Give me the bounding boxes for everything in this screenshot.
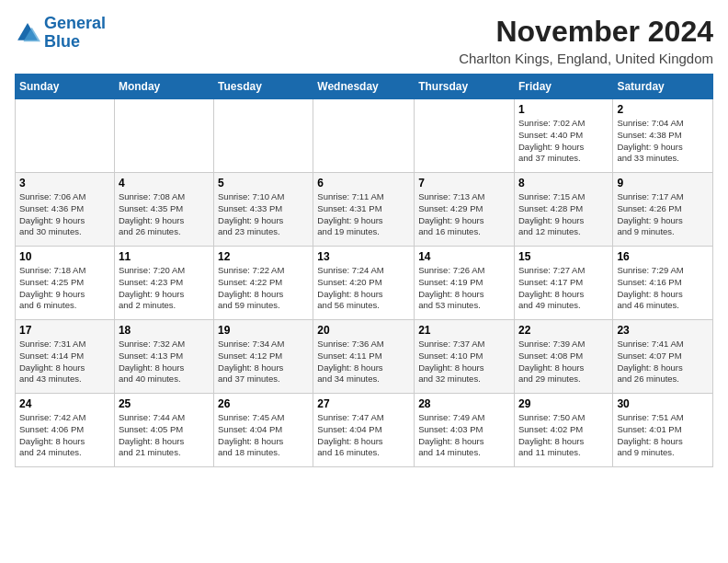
calendar-cell: 23Sunrise: 7:41 AM Sunset: 4:07 PM Dayli…	[613, 320, 713, 394]
logo: General Blue	[15, 15, 106, 52]
day-info: Sunrise: 7:47 AM Sunset: 4:04 PM Dayligh…	[317, 412, 410, 459]
calendar-cell: 29Sunrise: 7:50 AM Sunset: 4:02 PM Dayli…	[514, 394, 612, 467]
calendar-cell	[114, 99, 213, 173]
day-info: Sunrise: 7:42 AM Sunset: 4:06 PM Dayligh…	[19, 412, 110, 459]
calendar-cell: 7Sunrise: 7:13 AM Sunset: 4:29 PM Daylig…	[415, 173, 515, 247]
calendar-cell: 5Sunrise: 7:10 AM Sunset: 4:33 PM Daylig…	[214, 173, 313, 247]
day-info: Sunrise: 7:37 AM Sunset: 4:10 PM Dayligh…	[418, 339, 510, 385]
day-info: Sunrise: 7:44 AM Sunset: 4:05 PM Dayligh…	[119, 412, 210, 459]
day-number: 7	[418, 177, 510, 190]
calendar-cell: 4Sunrise: 7:08 AM Sunset: 4:35 PM Daylig…	[114, 173, 213, 247]
calendar-cell: 20Sunrise: 7:36 AM Sunset: 4:11 PM Dayli…	[313, 320, 415, 394]
calendar-cell	[16, 99, 115, 173]
logo-line2: Blue	[44, 32, 80, 51]
day-number: 17	[19, 324, 110, 337]
calendar-cell: 10Sunrise: 7:18 AM Sunset: 4:25 PM Dayli…	[16, 247, 115, 320]
calendar-cell	[415, 99, 515, 173]
calendar-cell: 12Sunrise: 7:22 AM Sunset: 4:22 PM Dayli…	[214, 247, 313, 320]
day-number: 27	[317, 397, 410, 410]
title-section: November 2024 Charlton Kings, England, U…	[459, 15, 713, 66]
day-info: Sunrise: 7:22 AM Sunset: 4:22 PM Dayligh…	[218, 265, 309, 312]
day-info: Sunrise: 7:06 AM Sunset: 4:36 PM Dayligh…	[19, 191, 110, 238]
day-info: Sunrise: 7:10 AM Sunset: 4:33 PM Dayligh…	[218, 191, 309, 238]
calendar-header-row: SundayMondayTuesdayWednesdayThursdayFrid…	[16, 75, 713, 99]
day-info: Sunrise: 7:08 AM Sunset: 4:35 PM Dayligh…	[119, 191, 210, 238]
calendar-cell: 24Sunrise: 7:42 AM Sunset: 4:06 PM Dayli…	[16, 394, 115, 467]
calendar-cell: 16Sunrise: 7:29 AM Sunset: 4:16 PM Dayli…	[613, 247, 713, 320]
subtitle: Charlton Kings, England, United Kingdom	[459, 51, 713, 66]
day-number: 16	[617, 250, 709, 263]
logo-icon	[15, 20, 40, 46]
day-info: Sunrise: 7:45 AM Sunset: 4:04 PM Dayligh…	[218, 412, 309, 459]
day-number: 30	[617, 397, 709, 410]
day-number: 13	[317, 250, 410, 263]
day-number: 22	[518, 324, 609, 337]
day-number: 12	[218, 250, 309, 263]
day-info: Sunrise: 7:27 AM Sunset: 4:17 PM Dayligh…	[518, 265, 609, 312]
header: General Blue November 2024 Charlton King…	[15, 15, 713, 66]
calendar-cell: 2Sunrise: 7:04 AM Sunset: 4:38 PM Daylig…	[613, 99, 713, 173]
day-number: 28	[418, 397, 510, 410]
day-info: Sunrise: 7:32 AM Sunset: 4:13 PM Dayligh…	[119, 339, 210, 385]
day-number: 18	[119, 324, 210, 337]
calendar-cell: 28Sunrise: 7:49 AM Sunset: 4:03 PM Dayli…	[415, 394, 515, 467]
logo-text: General Blue	[44, 15, 106, 52]
day-info: Sunrise: 7:11 AM Sunset: 4:31 PM Dayligh…	[317, 191, 410, 238]
weekday-header-saturday: Saturday	[613, 75, 713, 99]
weekday-header-wednesday: Wednesday	[313, 75, 415, 99]
weekday-header-friday: Friday	[514, 75, 612, 99]
day-number: 6	[317, 177, 410, 190]
calendar-cell: 27Sunrise: 7:47 AM Sunset: 4:04 PM Dayli…	[313, 394, 415, 467]
calendar-cell: 6Sunrise: 7:11 AM Sunset: 4:31 PM Daylig…	[313, 173, 415, 247]
logo-line1: General	[44, 14, 106, 32]
day-info: Sunrise: 7:50 AM Sunset: 4:02 PM Dayligh…	[518, 412, 609, 459]
day-number: 11	[119, 250, 210, 263]
calendar-cell: 8Sunrise: 7:15 AM Sunset: 4:28 PM Daylig…	[514, 173, 612, 247]
day-number: 8	[518, 177, 609, 190]
calendar-cell	[214, 99, 313, 173]
day-number: 19	[218, 324, 309, 337]
day-info: Sunrise: 7:51 AM Sunset: 4:01 PM Dayligh…	[617, 412, 709, 459]
calendar-cell: 1Sunrise: 7:02 AM Sunset: 4:40 PM Daylig…	[514, 99, 612, 173]
day-number: 5	[218, 177, 309, 190]
day-info: Sunrise: 7:26 AM Sunset: 4:19 PM Dayligh…	[418, 265, 510, 312]
day-number: 24	[19, 397, 110, 410]
weekday-header-thursday: Thursday	[415, 75, 515, 99]
day-number: 26	[218, 397, 309, 410]
main-title: November 2024	[459, 15, 713, 49]
day-number: 1	[518, 103, 609, 116]
day-number: 9	[617, 177, 709, 190]
day-number: 14	[418, 250, 510, 263]
calendar-cell: 30Sunrise: 7:51 AM Sunset: 4:01 PM Dayli…	[613, 394, 713, 467]
day-number: 23	[617, 324, 709, 337]
calendar-week-row: 24Sunrise: 7:42 AM Sunset: 4:06 PM Dayli…	[16, 394, 713, 467]
day-number: 15	[518, 250, 609, 263]
calendar-cell: 11Sunrise: 7:20 AM Sunset: 4:23 PM Dayli…	[114, 247, 213, 320]
calendar-week-row: 17Sunrise: 7:31 AM Sunset: 4:14 PM Dayli…	[16, 320, 713, 394]
weekday-header-sunday: Sunday	[16, 75, 115, 99]
calendar-cell: 22Sunrise: 7:39 AM Sunset: 4:08 PM Dayli…	[514, 320, 612, 394]
day-info: Sunrise: 7:41 AM Sunset: 4:07 PM Dayligh…	[617, 339, 709, 385]
day-info: Sunrise: 7:13 AM Sunset: 4:29 PM Dayligh…	[418, 191, 510, 238]
calendar-cell: 17Sunrise: 7:31 AM Sunset: 4:14 PM Dayli…	[16, 320, 115, 394]
day-info: Sunrise: 7:18 AM Sunset: 4:25 PM Dayligh…	[19, 265, 110, 312]
day-number: 20	[317, 324, 410, 337]
day-number: 3	[19, 177, 110, 190]
weekday-header-tuesday: Tuesday	[214, 75, 313, 99]
day-info: Sunrise: 7:39 AM Sunset: 4:08 PM Dayligh…	[518, 339, 609, 385]
day-info: Sunrise: 7:02 AM Sunset: 4:40 PM Dayligh…	[518, 118, 609, 165]
weekday-header-monday: Monday	[114, 75, 213, 99]
day-info: Sunrise: 7:15 AM Sunset: 4:28 PM Dayligh…	[518, 191, 609, 238]
calendar-week-row: 10Sunrise: 7:18 AM Sunset: 4:25 PM Dayli…	[16, 247, 713, 320]
day-number: 21	[418, 324, 510, 337]
day-info: Sunrise: 7:04 AM Sunset: 4:38 PM Dayligh…	[617, 118, 709, 165]
calendar-table: SundayMondayTuesdayWednesdayThursdayFrid…	[15, 74, 713, 467]
calendar-cell: 15Sunrise: 7:27 AM Sunset: 4:17 PM Dayli…	[514, 247, 612, 320]
calendar-cell: 18Sunrise: 7:32 AM Sunset: 4:13 PM Dayli…	[114, 320, 213, 394]
day-number: 10	[19, 250, 110, 263]
calendar-cell	[313, 99, 415, 173]
day-number: 2	[617, 103, 709, 116]
day-info: Sunrise: 7:17 AM Sunset: 4:26 PM Dayligh…	[617, 191, 709, 238]
calendar-cell: 21Sunrise: 7:37 AM Sunset: 4:10 PM Dayli…	[415, 320, 515, 394]
calendar-cell: 14Sunrise: 7:26 AM Sunset: 4:19 PM Dayli…	[415, 247, 515, 320]
